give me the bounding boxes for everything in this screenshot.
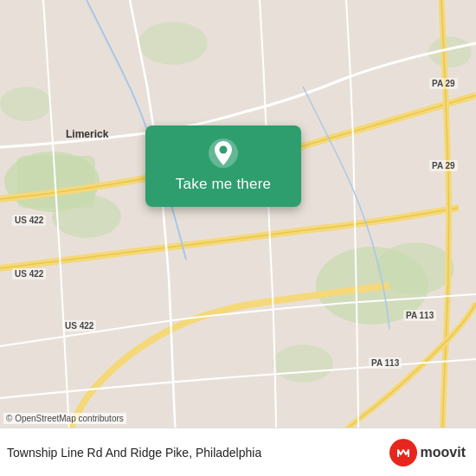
road-label-pa113-2: PA 113: [369, 357, 402, 369]
road-label-us422-1: US 422: [12, 215, 46, 226]
svg-point-6: [0, 87, 52, 121]
limerick-label: Limerick: [66, 128, 108, 140]
bottom-bar: Township Line Rd And Ridge Pike, Philade…: [0, 428, 476, 476]
moovit-icon: [389, 439, 417, 466]
svg-point-13: [394, 443, 413, 462]
location-text: Township Line Rd And Ridge Pike, Philade…: [7, 446, 261, 460]
moovit-logo: moovit: [389, 439, 466, 466]
moovit-text: moovit: [421, 445, 466, 460]
svg-point-7: [138, 22, 208, 65]
location-pin-icon: [208, 138, 239, 169]
road-label-pa29-1: PA 29: [429, 78, 458, 89]
svg-point-9: [273, 344, 333, 383]
map-container: US 422 US 422 US 422 PA 29 PA 29 PA 113 …: [0, 0, 476, 476]
map-attribution: © OpenStreetMap contributors: [3, 413, 126, 424]
map-background: [0, 0, 476, 476]
svg-point-12: [220, 146, 228, 154]
svg-point-3: [52, 195, 121, 238]
road-label-us422-2: US 422: [12, 268, 46, 280]
road-label-pa113-1: PA 113: [403, 310, 436, 321]
navigation-popup: Take me there: [145, 125, 301, 207]
road-label-us422-3: US 422: [62, 320, 96, 331]
take-me-there-button[interactable]: Take me there: [176, 176, 271, 193]
road-label-pa29-2: PA 29: [429, 160, 458, 171]
